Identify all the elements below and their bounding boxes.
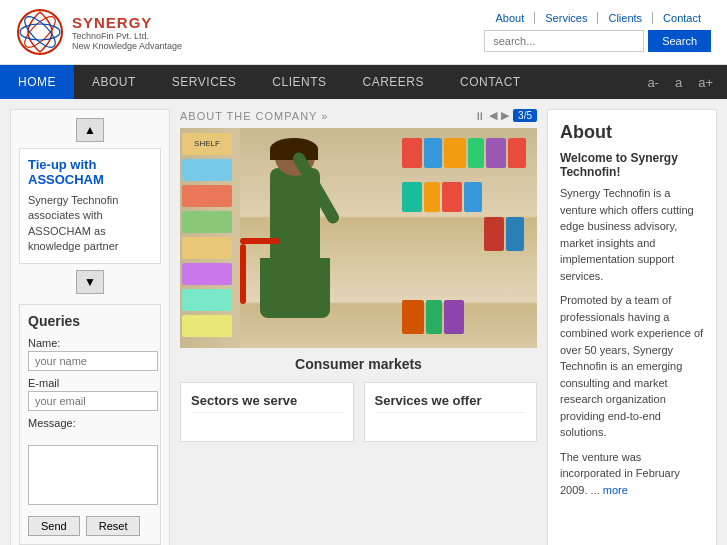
logo-name: SYNERGY <box>72 14 182 31</box>
about-text: Synergy Technofin is a venture which off… <box>560 185 704 498</box>
main-content: ▲ Tie-up with ASSOCHAM Synergy Technofin… <box>0 99 727 545</box>
right-sidebar: About Welcome to Synergy Technofin! Syne… <box>547 109 717 545</box>
about-para1: Synergy Technofin is a venture which off… <box>560 185 704 284</box>
prev-icon[interactable]: ◀ <box>489 109 497 122</box>
name-group: Name: <box>28 337 152 371</box>
arrow-up-button[interactable]: ▲ <box>76 118 104 142</box>
slideshow-title: ABOUT THE COMPANY » <box>180 110 328 122</box>
slide-caption: Consumer markets <box>180 356 537 372</box>
logo-icon <box>16 8 64 56</box>
left-sidebar: ▲ Tie-up with ASSOCHAM Synergy Technofin… <box>10 109 170 545</box>
top-link-about[interactable]: About <box>496 12 536 24</box>
about-more-link[interactable]: more <box>603 484 628 496</box>
center-content: ABOUT THE COMPANY » ⏸ ◀ ▶ 3/5 <box>180 109 537 545</box>
search-area: Search <box>484 30 711 52</box>
logo-subtitle: TechnoFin Pvt. Ltd. New Knowledge Advant… <box>72 31 182 51</box>
queries-title: Queries <box>28 313 152 329</box>
arrow-down-button[interactable]: ▼ <box>76 270 104 294</box>
header: SYNERGY TechnoFin Pvt. Ltd. New Knowledg… <box>0 0 727 65</box>
about-para3: The venture was incorporated in February… <box>560 449 704 499</box>
queries-form: Queries Name: E-mail Message: Send Reset <box>19 304 161 545</box>
nav-clients[interactable]: CLIENTS <box>254 65 344 99</box>
services-section: Services we offer <box>364 382 538 442</box>
pause-icon[interactable]: ⏸ <box>474 110 485 122</box>
about-para2: Promoted by a team of professionals havi… <box>560 292 704 441</box>
slideshow-image: SHELF <box>180 128 537 348</box>
message-label: Message: <box>28 417 152 429</box>
email-group: E-mail <box>28 377 152 411</box>
search-input[interactable] <box>484 30 644 52</box>
font-normal[interactable]: a <box>671 67 686 98</box>
about-title: About <box>560 122 704 143</box>
email-input[interactable] <box>28 391 158 411</box>
sectors-section: Sectors we serve <box>180 382 354 442</box>
search-button[interactable]: Search <box>648 30 711 52</box>
send-button[interactable]: Send <box>28 516 80 536</box>
header-right: About Services Clients Contact Search <box>484 12 711 52</box>
slideshow-controls: ⏸ ◀ ▶ 3/5 <box>474 109 537 122</box>
form-buttons: Send Reset <box>28 516 152 536</box>
top-link-contact[interactable]: Contact <box>663 12 711 24</box>
sidebar-up-arrow[interactable]: ▲ <box>19 118 161 142</box>
slide-counter: 3/5 <box>513 109 537 122</box>
svg-point-0 <box>18 10 62 54</box>
nav-home[interactable]: HOME <box>0 65 74 99</box>
font-increase[interactable]: a+ <box>694 67 717 98</box>
name-label: Name: <box>28 337 152 349</box>
message-textarea[interactable] <box>28 445 158 505</box>
nav-contact[interactable]: CONTACT <box>442 65 539 99</box>
reset-button[interactable]: Reset <box>86 516 141 536</box>
nav-about[interactable]: ABOUT <box>74 65 154 99</box>
top-link-clients[interactable]: Clients <box>608 12 653 24</box>
services-title: Services we offer <box>375 393 527 413</box>
main-nav: HOME ABOUT SERVICES CLIENTS CAREERS CONT… <box>0 65 727 99</box>
bottom-row: Sectors we serve Services we offer <box>180 382 537 442</box>
next-icon[interactable]: ▶ <box>501 109 509 122</box>
slideshow-header: ABOUT THE COMPANY » ⏸ ◀ ▶ 3/5 <box>180 109 537 122</box>
message-group: Message: <box>28 417 152 508</box>
logo-text: SYNERGY TechnoFin Pvt. Ltd. New Knowledg… <box>72 14 182 51</box>
sidebar-down-arrow[interactable]: ▼ <box>19 270 161 294</box>
sidebar-card: Tie-up with ASSOCHAM Synergy Technofin a… <box>19 148 161 264</box>
email-label: E-mail <box>28 377 152 389</box>
top-link-services[interactable]: Services <box>545 12 598 24</box>
nav-careers[interactable]: CAREERS <box>345 65 443 99</box>
nav-services[interactable]: SERVICES <box>154 65 254 99</box>
sidebar-description: Synergy Technofin associates with ASSOCH… <box>28 193 152 255</box>
name-input[interactable] <box>28 351 158 371</box>
assocham-link[interactable]: Tie-up with ASSOCHAM <box>28 157 152 187</box>
about-welcome: Welcome to Synergy Technofin! <box>560 151 704 179</box>
svg-point-3 <box>20 24 60 40</box>
top-nav: About Services Clients Contact <box>496 12 711 24</box>
logo-area: SYNERGY TechnoFin Pvt. Ltd. New Knowledg… <box>16 8 182 56</box>
font-controls: a- a a+ <box>643 67 727 98</box>
sectors-title: Sectors we serve <box>191 393 343 413</box>
font-decrease[interactable]: a- <box>643 67 663 98</box>
